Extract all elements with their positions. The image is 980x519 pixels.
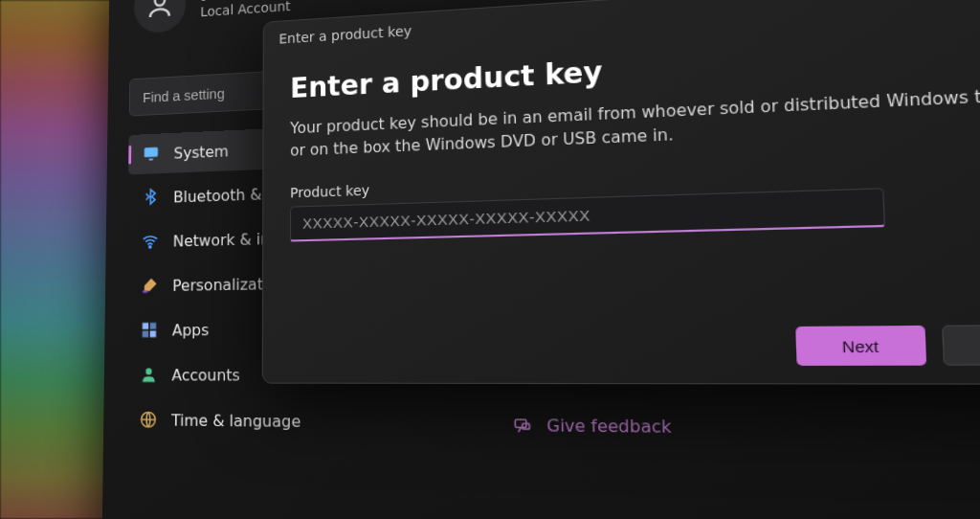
bluetooth-icon [141, 187, 161, 209]
settings-window: Neowin Local Account System › Activation… [100, 0, 980, 519]
svg-point-0 [155, 0, 165, 6]
sidebar-item-time-language[interactable]: Time & language [125, 399, 374, 443]
feedback-icon [513, 416, 532, 435]
sidebar-item-label: Accounts [171, 365, 239, 384]
svg-rect-8 [143, 330, 148, 337]
svg-rect-7 [150, 323, 156, 329]
person-icon [139, 364, 159, 385]
dialog-button-row: Next Cancel [795, 325, 980, 366]
brush-icon [140, 275, 160, 296]
sidebar-item-label: Apps [172, 320, 210, 339]
svg-point-10 [145, 369, 151, 375]
profile-text: Neowin Local Account [200, 0, 290, 20]
svg-rect-2 [145, 147, 158, 157]
apps-icon [139, 319, 159, 340]
cancel-button[interactable]: Cancel [942, 325, 980, 366]
svg-rect-6 [143, 323, 148, 329]
monitor-icon [141, 143, 161, 165]
sidebar-item-label: Time & language [171, 411, 301, 431]
feedback-label: Give feedback [546, 416, 672, 437]
person-outline-icon [145, 0, 174, 21]
svg-rect-5 [143, 290, 147, 293]
globe-icon [138, 409, 158, 431]
sidebar-item-label: System [173, 142, 229, 162]
wifi-icon [140, 231, 160, 253]
product-key-dialog: Enter a product key Enter a product key … [262, 0, 980, 385]
give-feedback-link[interactable]: Give feedback [513, 416, 672, 438]
svg-rect-9 [150, 330, 156, 337]
avatar[interactable] [134, 0, 187, 34]
svg-rect-3 [148, 159, 153, 161]
svg-point-4 [149, 246, 151, 248]
profile-account-type: Local Account [200, 0, 290, 20]
next-button[interactable]: Next [795, 326, 926, 366]
